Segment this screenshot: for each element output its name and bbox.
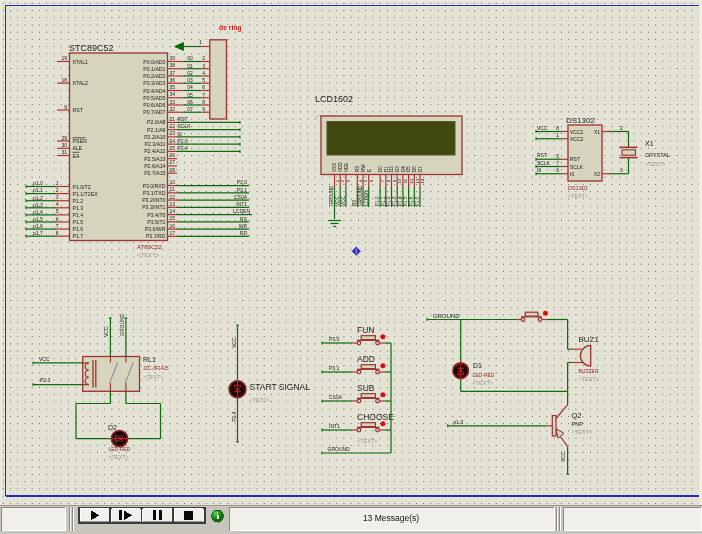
svg-text:P1.1: P1.1 (381, 196, 386, 206)
svg-text:p1.1: p1.1 (33, 187, 43, 193)
svg-text:p1.6: p1.6 (33, 223, 43, 229)
svg-text:P1.1/T2EX: P1.1/T2EX (73, 191, 99, 197)
svg-text:D5: D5 (406, 166, 411, 172)
svg-text:VDD: VDD (338, 162, 343, 172)
svg-text:p1.0: p1.0 (33, 180, 43, 186)
svg-text:VEE: VEE (344, 163, 349, 172)
svg-text:de ring: de ring (219, 24, 242, 32)
svg-text:6: 6 (56, 216, 59, 222)
svg-text:2: 2 (202, 55, 205, 61)
svg-text:37: 37 (170, 70, 176, 76)
svg-text:17: 17 (170, 230, 176, 236)
svg-text:STC89C52: STC89C52 (69, 43, 114, 53)
svg-text:P1.0/T2: P1.0/T2 (73, 184, 91, 190)
svg-text:GROUND: GROUND (329, 185, 334, 206)
svg-text:DS1302: DS1302 (568, 185, 588, 191)
svg-text:p1.5: p1.5 (33, 216, 43, 222)
svg-text:P0.6/AD6: P0.6/AD6 (143, 102, 165, 108)
svg-text:8: 8 (556, 125, 559, 131)
svg-text:CS0A: CS0A (329, 394, 343, 400)
svg-text:5: 5 (556, 153, 559, 159)
svg-text:D0: D0 (378, 166, 383, 172)
svg-text:D1: D1 (384, 166, 389, 172)
svg-text:10: 10 (170, 179, 176, 185)
svg-text:LCD1602: LCD1602 (315, 94, 353, 104)
svg-text:BUZ1: BUZ1 (579, 335, 600, 344)
svg-text:P0.3/AD3: P0.3/AD3 (143, 80, 165, 86)
svg-text:P2.0/A8: P2.0/A8 (147, 119, 166, 125)
svg-text:35: 35 (170, 84, 176, 90)
svg-text:SCLK: SCLK (178, 123, 192, 129)
svg-text:D7: D7 (418, 166, 423, 172)
svg-text:RS: RS (355, 166, 360, 172)
svg-text:P2.4: P2.4 (231, 411, 237, 422)
svg-text:RD: RD (240, 230, 248, 236)
svg-text:06: 06 (187, 99, 193, 105)
svg-text:CS0A: CS0A (234, 194, 248, 200)
svg-text:SCLK: SCLK (570, 164, 584, 170)
svg-text:3: 3 (620, 167, 623, 173)
svg-text:11: 11 (170, 186, 175, 192)
svg-text:Q2: Q2 (572, 411, 582, 420)
svg-text:12: 12 (409, 178, 414, 183)
svg-text:P2.3: P2.3 (178, 138, 189, 144)
svg-text:XTAL1: XTAL1 (73, 59, 89, 65)
svg-text:P3.0: P3.0 (237, 179, 248, 185)
svg-text:<TEXT>: <TEXT> (572, 429, 592, 435)
svg-text:INT1: INT1 (236, 201, 247, 207)
svg-text:P3.0/RXD: P3.0/RXD (142, 183, 165, 189)
svg-text:02: 02 (187, 70, 193, 76)
svg-text:P2.7/A15: P2.7/A15 (144, 170, 165, 176)
svg-text:D1: D1 (473, 362, 482, 369)
svg-text:<TEXT>: <TEXT> (109, 454, 129, 460)
svg-text:9: 9 (202, 106, 205, 112)
svg-text:P0.5/AD5: P0.5/AD5 (143, 95, 165, 101)
svg-text:D2: D2 (389, 166, 394, 172)
svg-text:VCC1: VCC1 (570, 129, 584, 135)
svg-text:ALE: ALE (73, 145, 83, 151)
svg-text:03: 03 (187, 77, 193, 83)
svg-text:p1.3: p1.3 (33, 202, 43, 208)
svg-text:24: 24 (170, 138, 176, 144)
svg-text:p1.0: p1.0 (454, 419, 464, 425)
svg-text:P2.5/A13: P2.5/A13 (144, 156, 165, 162)
svg-text:P1.3: P1.3 (73, 205, 84, 211)
svg-text:SCLK: SCLK (537, 160, 551, 166)
svg-text:P1.2: P1.2 (73, 198, 84, 204)
svg-text:14: 14 (420, 178, 425, 183)
svg-text:05: 05 (187, 92, 193, 98)
svg-text:XTAL2: XTAL2 (73, 80, 89, 86)
svg-text:6: 6 (202, 84, 205, 90)
svg-text:LCDEN: LCDEN (364, 190, 369, 206)
svg-text:P1.2: P1.2 (386, 196, 391, 206)
svg-text:ADD: ADD (357, 354, 375, 364)
svg-text:VCC2: VCC2 (570, 136, 584, 142)
svg-text:GROUND: GROUND (119, 313, 125, 336)
svg-text:RST: RST (73, 107, 84, 113)
svg-text:2: 2 (56, 187, 59, 193)
svg-text:P0.1/AD1: P0.1/AD1 (143, 66, 165, 72)
svg-text:P1.4: P1.4 (73, 212, 84, 218)
svg-text:7: 7 (556, 160, 559, 166)
svg-text:25: 25 (170, 145, 176, 151)
svg-text:LED-RED: LED-RED (109, 446, 131, 452)
svg-text:23: 23 (170, 130, 176, 136)
svg-text:P2.4/A12: P2.4/A12 (144, 148, 165, 154)
svg-text:P1.5: P1.5 (73, 219, 84, 225)
svg-text:04: 04 (187, 84, 193, 90)
svg-text:P3.4/T0: P3.4/T0 (147, 212, 165, 218)
svg-text:LED-RED: LED-RED (473, 372, 495, 378)
svg-text:26: 26 (170, 152, 176, 158)
svg-text:EA: EA (73, 153, 80, 159)
svg-text:FUN: FUN (357, 325, 374, 335)
svg-text:GROUND: GROUND (358, 185, 363, 206)
svg-text:3: 3 (202, 63, 205, 69)
svg-text:14: 14 (170, 208, 176, 214)
svg-text:P2.6/A14: P2.6/A14 (144, 163, 165, 169)
svg-text:D2: D2 (108, 424, 117, 431)
svg-text:28: 28 (170, 167, 176, 173)
svg-text:P3.6/WR: P3.6/WR (145, 226, 166, 232)
svg-text:7: 7 (56, 223, 59, 229)
svg-text:<TEXT>: <TEXT> (137, 252, 160, 258)
svg-text:RS: RS (352, 200, 357, 206)
